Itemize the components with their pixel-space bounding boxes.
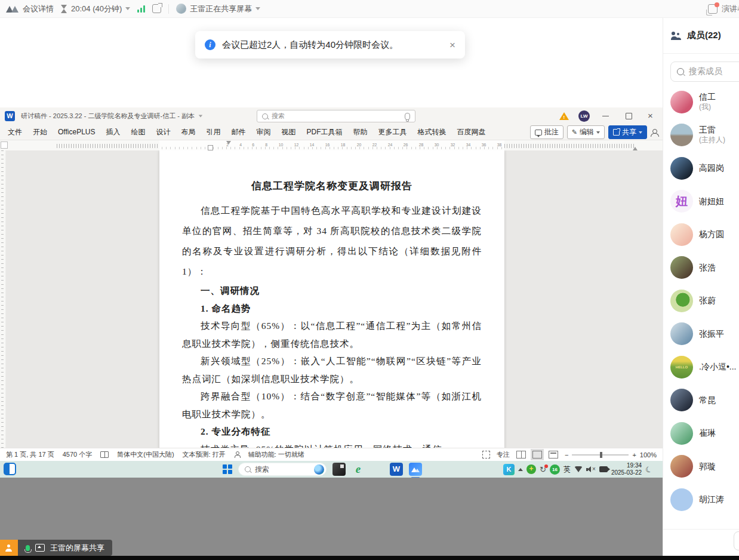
- restore-button[interactable]: [622, 110, 635, 121]
- close-button[interactable]: [645, 110, 658, 121]
- account-avatar[interactable]: LW: [578, 110, 590, 122]
- member-row[interactable]: 信工 (我): [663, 85, 739, 119]
- member-row[interactable]: 胡江涛: [663, 483, 739, 516]
- pop-out-button[interactable]: [152, 4, 161, 13]
- meeting-timer-dropdown[interactable]: 20:04 (40分钟): [61, 4, 130, 14]
- ime-indicator[interactable]: 英: [564, 464, 571, 475]
- read-mode-icon[interactable]: [516, 451, 526, 459]
- member-name: 张浩: [699, 263, 716, 273]
- browser-app-icon[interactable]: e: [352, 463, 365, 476]
- coin-tray-icon[interactable]: +: [526, 464, 536, 474]
- tab-selector-icon[interactable]: [1, 141, 8, 149]
- member-row[interactable]: 王雷 (主持人): [663, 119, 739, 152]
- share-with-people-icon[interactable]: [651, 129, 659, 136]
- panel-footer-button[interactable]: [734, 531, 739, 550]
- volume-muted-icon[interactable]: ×: [586, 466, 596, 473]
- word-taskbar-icon[interactable]: W: [390, 463, 403, 476]
- menu-item[interactable]: 引用: [201, 127, 226, 137]
- green-badge-tray-icon[interactable]: 16: [550, 464, 560, 475]
- network-quality-button[interactable]: [137, 5, 145, 13]
- focus-mode-icon[interactable]: [482, 451, 490, 459]
- widgets-button[interactable]: [4, 463, 16, 475]
- menu-item[interactable]: 插入: [100, 127, 125, 137]
- menu-item[interactable]: 开始: [27, 127, 53, 137]
- menu-item[interactable]: 审阅: [251, 127, 276, 137]
- member-row[interactable]: 张振平: [663, 318, 739, 351]
- night-mode-icon[interactable]: ☾: [644, 464, 654, 475]
- menu-item[interactable]: 更多工具: [372, 127, 412, 137]
- menu-item[interactable]: 文件: [2, 127, 27, 137]
- word-search-placeholder: 搜索: [272, 112, 285, 121]
- menu-item[interactable]: 帮助: [347, 127, 372, 137]
- web-layout-icon[interactable]: [549, 451, 558, 459]
- focus-label[interactable]: 专注: [497, 450, 510, 459]
- accessibility-status[interactable]: 辅助功能: 一切就绪: [248, 450, 304, 459]
- sync-tray-icon[interactable]: ↻: [540, 466, 546, 473]
- member-row[interactable]: 高园岗: [663, 152, 739, 185]
- member-avatar: [670, 91, 693, 113]
- proofing-icon[interactable]: [100, 451, 109, 458]
- menu-item[interactable]: 布局: [175, 127, 201, 137]
- menu-item[interactable]: 格式转换: [412, 127, 451, 137]
- menu-item[interactable]: 百度网盘: [451, 127, 491, 137]
- document-page[interactable]: 信息工程学院名称变更及调研报告信息工程学院基于中国特色高水平高职学校和专业建设计…: [159, 150, 504, 448]
- start-button[interactable]: [223, 464, 232, 474]
- menu-item[interactable]: 视图: [276, 127, 301, 137]
- view-mode-button[interactable]: 演讲者视图: [708, 4, 739, 14]
- warning-icon[interactable]: [559, 112, 569, 120]
- menu-item[interactable]: 设计: [150, 127, 175, 137]
- sharing-status-label: 王雷正在共享屏幕: [190, 4, 252, 14]
- page-count[interactable]: 第 1 页, 共 17 页: [6, 450, 54, 459]
- text-prediction-status[interactable]: 文本预测: 打开: [183, 450, 226, 459]
- first-line-indent-marker[interactable]: [226, 141, 231, 144]
- member-row[interactable]: HELLO .冷小逗•...: [663, 350, 739, 384]
- sharing-status-dropdown[interactable]: 王雷正在共享屏幕: [176, 4, 260, 14]
- member-row[interactable]: 崔琳: [663, 417, 739, 450]
- menu-item[interactable]: 邮件: [226, 127, 251, 137]
- ruler-number: 18: [341, 143, 346, 147]
- meeting-taskbar-icon[interactable]: [409, 463, 422, 476]
- member-row[interactable]: 郭璇: [663, 450, 739, 484]
- zoom-out-button[interactable]: −: [565, 451, 568, 459]
- mic-icon[interactable]: [405, 113, 410, 120]
- minimize-button[interactable]: [599, 110, 612, 121]
- zoom-level[interactable]: 100%: [640, 451, 657, 459]
- member-avatar: [670, 157, 693, 180]
- wifi-icon[interactable]: [574, 466, 583, 472]
- camera-tray-icon[interactable]: [599, 466, 608, 472]
- member-row[interactable]: 张浩: [663, 251, 739, 285]
- menu-item[interactable]: 绘图: [125, 127, 150, 137]
- screen-share-indicator[interactable]: 王雷的屏幕共享: [0, 540, 112, 556]
- member-row[interactable]: 常昆: [663, 384, 739, 417]
- menu-item[interactable]: OfficePLUS: [53, 128, 100, 136]
- taskbar-clock[interactable]: 19:34 2025-03-22: [611, 462, 642, 476]
- word-count[interactable]: 4570 个字: [63, 450, 93, 459]
- pencil-icon: ✎: [572, 129, 577, 136]
- suite-app-icon[interactable]: [371, 463, 384, 476]
- language-status[interactable]: 简体中文(中国大陆): [117, 450, 174, 459]
- share-indicator-pill[interactable]: 王雷的屏幕共享: [18, 540, 112, 556]
- k-app-tray-icon[interactable]: K: [503, 464, 515, 475]
- member-search-box[interactable]: 搜索成员: [670, 61, 739, 82]
- member-row[interactable]: 张蔚: [663, 284, 739, 318]
- tray-expand-icon[interactable]: [518, 468, 523, 471]
- member-row[interactable]: 妞 谢妞妞: [663, 185, 739, 219]
- comment-button[interactable]: 批注: [530, 125, 564, 139]
- hanging-indent-marker[interactable]: [208, 145, 213, 150]
- meeting-details-button[interactable]: 会议详情: [6, 4, 54, 14]
- zoom-in-button[interactable]: +: [632, 451, 636, 459]
- taskbar-search-box[interactable]: 搜索: [238, 463, 327, 476]
- edit-mode-button[interactable]: ✎ 编辑: [567, 125, 605, 139]
- ruler-numbers: 2468101214161820222426283032343638: [226, 142, 502, 147]
- member-row[interactable]: 杨方圆: [663, 218, 739, 251]
- panel-footer-divider: [663, 529, 739, 530]
- word-search-box[interactable]: 搜索: [257, 110, 415, 122]
- share-owner-badge[interactable]: [0, 540, 18, 556]
- share-button[interactable]: 共享: [608, 125, 647, 139]
- photos-app-icon[interactable]: [332, 463, 346, 476]
- print-layout-icon[interactable]: [532, 451, 542, 459]
- zoom-slider[interactable]: [572, 454, 629, 456]
- menu-item[interactable]: PDF工具箱: [301, 127, 347, 137]
- zoom-slider-knob[interactable]: [600, 452, 602, 458]
- banner-close-button[interactable]: ×: [449, 40, 455, 50]
